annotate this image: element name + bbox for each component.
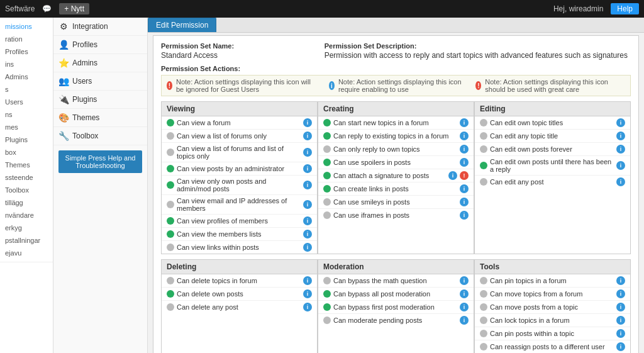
info-icon[interactable]: i <box>616 316 625 325</box>
sidebar-item-stallningar[interactable]: pstallningar <box>0 234 53 247</box>
creating-header: Creating <box>318 102 474 116</box>
info-icon[interactable]: i <box>460 118 469 127</box>
info-icon[interactable]: i <box>616 289 625 298</box>
perm-move-posts: Can move posts from a topic i <box>475 301 630 314</box>
new-button[interactable]: + Nytt <box>59 3 89 14</box>
info-icon[interactable]: i <box>303 289 312 298</box>
info-icon[interactable]: i <box>616 132 625 140</box>
perm-text: Can reply to existing topics in a forum <box>333 132 457 140</box>
perm-text: Can pin topics in a forum <box>490 277 614 284</box>
info-icon[interactable]: i <box>460 276 469 285</box>
top-bar: Seftwäre 💬 + Nytt Hej, wireadmin Help <box>0 0 644 18</box>
perm-dot <box>323 277 331 284</box>
info-icon[interactable]: i <box>303 303 312 311</box>
perm-dot <box>323 198 331 206</box>
info-icon[interactable]: i <box>303 243 312 252</box>
info-icon[interactable]: i <box>303 148 312 157</box>
sidebar-item-ins[interactable]: ins <box>0 58 53 70</box>
sidebar2-item-plugins[interactable]: 🔌 Plugins <box>53 91 147 109</box>
sidebar-item-admins[interactable]: Admins <box>0 70 53 83</box>
info-icon[interactable]: i <box>616 303 625 311</box>
sidebar-item-tillagg[interactable]: tillägg <box>0 196 53 209</box>
info-icon[interactable]: i <box>616 118 625 127</box>
info-icon[interactable]: i <box>303 230 312 238</box>
sidebar-item-ssteende[interactable]: ssteende <box>0 171 53 184</box>
sidebar-item-ns[interactable]: ns <box>0 108 53 121</box>
sidebar-item-erkyg[interactable]: erkyg <box>0 221 53 234</box>
info-icon[interactable]: i <box>303 181 312 189</box>
info-icon[interactable]: i <box>460 316 469 325</box>
sidebar2-integration-label: Integration <box>72 22 108 31</box>
help-troubleshooting-button[interactable]: Simple Press Help and Troubleshooting <box>58 150 142 173</box>
editing-header: Editing <box>475 102 630 116</box>
info-icon[interactable]: i <box>616 145 625 154</box>
perm-bypass-first-moderation: Can bypass first post moderation i <box>318 301 474 314</box>
info-icon[interactable]: i <box>303 200 312 209</box>
perm-edit-own-topic-titles: Can edit own topic titles i <box>475 116 630 130</box>
perm-dot <box>480 290 487 298</box>
perm-bypass-math: Can bypass the math question i <box>318 274 474 288</box>
info-icon[interactable]: i <box>303 276 312 285</box>
perm-text: Can use iframes in posts <box>333 211 457 219</box>
sidebar-item-mes[interactable]: mes <box>0 121 53 133</box>
perm-text: Can bypass the math question <box>333 277 457 284</box>
chat-icon[interactable]: 💬 <box>42 4 52 13</box>
info-icon[interactable]: i <box>460 289 469 298</box>
sidebar-item-ejavu[interactable]: ejavu <box>0 247 53 259</box>
info-icon[interactable]: i <box>616 177 625 186</box>
sidebar2-item-themes[interactable]: 🎨 Themes <box>53 109 147 127</box>
perm-dot <box>323 132 331 140</box>
info-icon[interactable]: i <box>303 118 312 127</box>
info-icon[interactable]: i <box>460 158 469 167</box>
perm-reassign-posts: Can reassign posts to a different user i <box>475 340 630 353</box>
sidebar2-profiles-label: Profiles <box>72 40 97 49</box>
sidebar2-item-toolbox[interactable]: 🔧 Toolbox <box>53 127 147 145</box>
sidebar-item-plugins[interactable]: Plugins <box>0 133 53 146</box>
info-icon[interactable]: i <box>303 216 312 225</box>
perm-text: Can create links in posts <box>333 185 457 193</box>
sidebar-item-s[interactable]: s <box>0 83 53 96</box>
perm-edit-own-posts-until-reply: Can edit own posts until there has been … <box>475 156 630 176</box>
info-icon[interactable]: i <box>616 329 625 338</box>
info-icon[interactable]: i <box>460 303 469 311</box>
note-text-1: Note: Action settings displaying this ic… <box>176 78 316 93</box>
help-button[interactable]: Help <box>611 3 639 14</box>
info-icon[interactable]: i <box>460 132 469 140</box>
perm-dot <box>167 217 174 225</box>
sidebar-item-profiles[interactable]: Profiles <box>0 45 53 58</box>
sidebar-item-ration[interactable]: ration <box>0 33 53 45</box>
info-icon[interactable]: i <box>460 184 469 193</box>
info-icon[interactable]: i <box>460 211 469 220</box>
perm-text: Can view email and IP addresses of membe… <box>177 197 301 212</box>
perm-dot <box>323 159 331 166</box>
perm-set-name-field: Permission Set Name: Standard Access <box>161 42 314 60</box>
sidebar-item-themes[interactable]: Themes <box>0 159 53 171</box>
sidebar1-section: missions ration Profiles ins Admins s Us… <box>0 18 53 262</box>
info-icon[interactable]: i <box>460 145 469 154</box>
sidebar-item-toolbox[interactable]: Toolbox <box>0 184 53 196</box>
info-icon[interactable]: i <box>616 161 625 170</box>
sidebar-item-box[interactable]: box <box>0 146 53 159</box>
sidebar2-item-integration[interactable]: ⚙ Integration <box>53 18 147 36</box>
sidebar-item-missions[interactable]: missions <box>0 20 53 33</box>
tools-header: Tools <box>475 260 630 274</box>
info-icon[interactable]: i <box>448 171 457 180</box>
info-icon[interactable]: i <box>616 342 625 351</box>
info-icon[interactable]: i <box>303 132 312 140</box>
sidebar2-item-profiles[interactable]: 👤 Profiles <box>53 36 147 54</box>
sidebar-item-users[interactable]: Users <box>0 96 53 108</box>
perm-view-list-forums: Can view a list of forums only i <box>162 130 317 143</box>
perm-text: Can edit any post <box>490 178 614 186</box>
info-icon[interactable]: i <box>303 164 312 173</box>
sidebar-item-nvandare[interactable]: nvändare <box>0 209 53 221</box>
edit-permission-tab[interactable]: Edit Permission <box>148 18 216 32</box>
deleting-section: Deleting Can delete topics in forum i Ca… <box>161 259 318 353</box>
perm-dot <box>167 132 174 140</box>
perm-text: Can view profiles of members <box>177 217 301 225</box>
sidebar2-item-admins[interactable]: ⭐ Admins <box>53 54 147 72</box>
perm-dot <box>167 277 174 284</box>
sidebar2-item-users[interactable]: 👥 Users <box>53 72 147 91</box>
perm-text: Can move posts from a topic <box>490 303 614 311</box>
info-icon[interactable]: i <box>616 276 625 285</box>
info-icon[interactable]: i <box>460 198 469 206</box>
